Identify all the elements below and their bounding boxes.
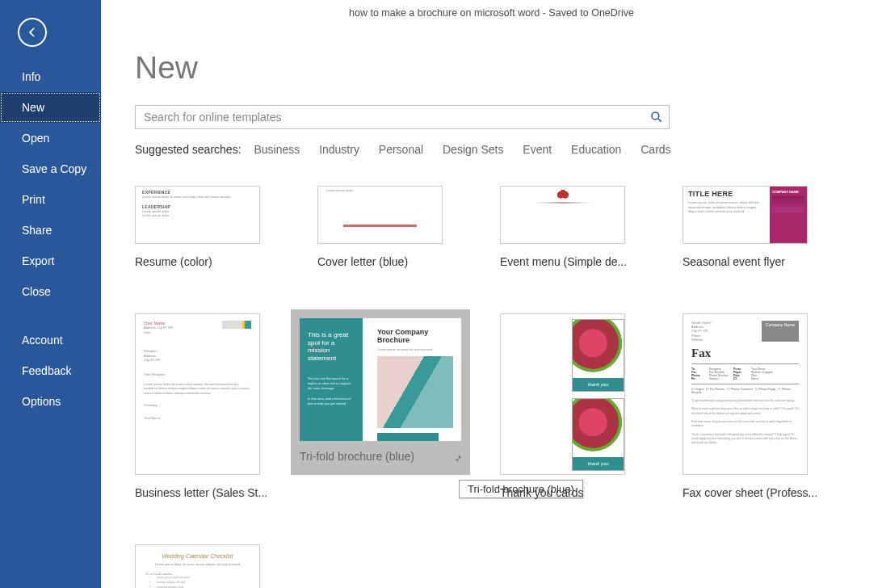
template-label: Tri-fold brochure (blue) <box>300 450 461 463</box>
template-thumb: Wedding Calendar Checklist Lorem ipsum d… <box>135 544 260 588</box>
template-label: Resume (color) <box>135 255 296 268</box>
suggested-tag-personal[interactable]: Personal <box>379 143 423 156</box>
template-label: Seasonal event flyer <box>682 255 844 268</box>
nav-item-account[interactable]: Account <box>0 325 101 355</box>
template-resume-color[interactable]: EXPERIENCE Lorem ipsum dolor sit amet co… <box>135 186 317 268</box>
arrow-left-icon <box>24 24 40 40</box>
template-thumb: Lorem ipsum dolor <box>317 186 443 244</box>
page-heading: New <box>135 50 882 86</box>
suggested-label: Suggested searches: <box>135 143 242 156</box>
back-button[interactable] <box>18 18 47 47</box>
suggested-tag-business[interactable]: Business <box>254 143 300 156</box>
suggested-tag-cards[interactable]: Cards <box>640 143 670 156</box>
template-thumb: thank you thank you <box>500 313 625 475</box>
template-cover-letter-blue[interactable]: Lorem ipsum dolor Cover letter (blue) <box>317 186 500 268</box>
nav-item-open[interactable]: Open <box>0 123 101 153</box>
nav-item-print[interactable]: Print <box>0 184 101 215</box>
search-icon[interactable] <box>650 111 663 124</box>
template-wedding-checklist[interactable]: Wedding Calendar Checklist Lorem ipsum d… <box>135 544 317 588</box>
template-search-input[interactable] <box>135 105 670 129</box>
nav-item-options[interactable]: Options <box>0 386 101 417</box>
template-hover-frame: This is a great spot for a mission state… <box>291 309 470 475</box>
window-title: how to make a brochure on microsoft word… <box>101 0 882 24</box>
nav-item-share[interactable]: Share <box>0 215 101 246</box>
svg-line-1 <box>658 119 662 122</box>
template-label: Thank you cards <box>500 486 662 499</box>
pin-icon[interactable] <box>452 454 462 464</box>
nav-item-export[interactable]: Export <box>0 246 101 276</box>
template-label: Fax cover sheet (Profess... <box>682 486 844 499</box>
template-event-menu[interactable]: Event menu (Simple de... <box>500 186 682 268</box>
template-thumb: This is a great spot for a mission state… <box>300 318 461 441</box>
suggested-tag-design-sets[interactable]: Design Sets <box>443 143 503 156</box>
template-thumb: Your Name Address City ST ZIPDate Recipi… <box>135 313 260 475</box>
main-panel: how to make a brochure on microsoft word… <box>101 0 882 588</box>
nav-item-info[interactable]: Info <box>0 61 101 92</box>
suggested-searches: Suggested searches: Business Industry Pe… <box>135 143 882 156</box>
flower-icon <box>557 189 569 199</box>
nav-item-save-a-copy[interactable]: Save a Copy <box>0 153 101 184</box>
template-label: Event menu (Simple de... <box>500 255 662 268</box>
template-thumb: EXPERIENCE Lorem ipsum dolor sit amet co… <box>135 186 260 244</box>
template-fax-cover-sheet[interactable]: Sender NameAddressCity ST ZIPPhoneWebsit… <box>682 313 865 499</box>
template-trifold-brochure-blue[interactable]: This is a great spot for a mission state… <box>317 313 500 499</box>
svg-point-0 <box>652 112 659 120</box>
suggested-tag-event[interactable]: Event <box>523 143 552 156</box>
suggested-tag-industry[interactable]: Industry <box>319 143 359 156</box>
nav-item-feedback[interactable]: Feedback <box>0 355 101 386</box>
template-thank-you-cards[interactable]: thank you thank you Thank you cards <box>500 313 682 499</box>
search-wrap <box>135 105 670 129</box>
nav-item-new[interactable]: New <box>0 92 101 123</box>
template-thumb <box>500 186 625 244</box>
template-label: Business letter (Sales St... <box>135 486 296 499</box>
suggested-tag-education[interactable]: Education <box>571 143 621 156</box>
template-thumb: TITLE HERE Lorem ipsum dolor sit amet co… <box>682 186 808 244</box>
backstage-sidebar: Info New Open Save a Copy Print Share Ex… <box>0 0 101 588</box>
template-label: Cover letter (blue) <box>317 255 479 268</box>
nav-item-close[interactable]: Close <box>0 276 101 307</box>
template-seasonal-event-flyer[interactable]: TITLE HERE Lorem ipsum dolor sit amet co… <box>682 186 865 268</box>
template-grid: EXPERIENCE Lorem ipsum dolor sit amet co… <box>135 186 882 588</box>
template-thumb: Sender NameAddressCity ST ZIPPhoneWebsit… <box>682 313 808 475</box>
